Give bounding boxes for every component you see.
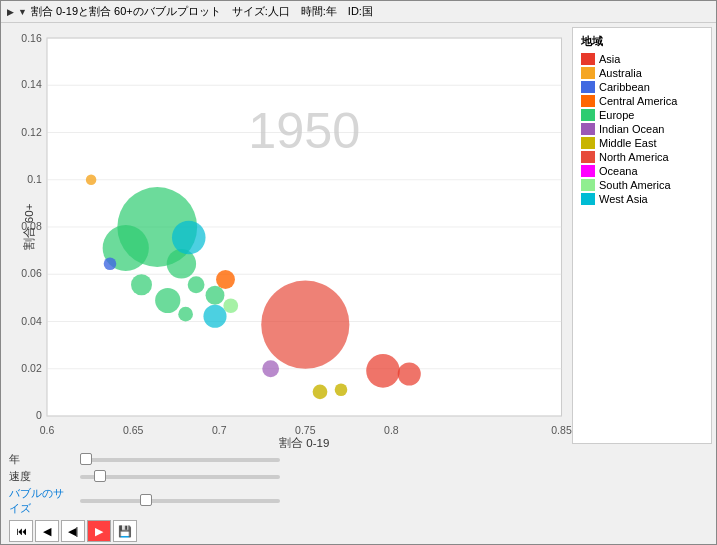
legend-color-swatch [581, 53, 595, 65]
legend-color-swatch [581, 151, 595, 163]
svg-point-31 [131, 274, 152, 295]
svg-point-32 [155, 288, 180, 313]
legend-color-swatch [581, 109, 595, 121]
speed-control: 速度 [9, 469, 708, 484]
legend-item: Asia [581, 53, 703, 65]
play-button[interactable]: ▶ [87, 520, 111, 542]
svg-point-43 [86, 175, 97, 186]
svg-text:0.7: 0.7 [212, 424, 227, 436]
svg-point-41 [366, 354, 400, 388]
chart-area: 0 0.02 0.04 0.06 0.08 0.1 0.12 0.14 0.16… [1, 23, 572, 448]
chart-svg: 0 0.02 0.04 0.06 0.08 0.1 0.12 0.14 0.16… [5, 27, 572, 448]
legend-color-swatch [581, 193, 595, 205]
main-window: ▶ ▼ 割合 0-19と割合 60+のバブルプロット サイズ:人口 時間:年 I… [0, 0, 717, 545]
svg-point-30 [188, 276, 205, 293]
legend-item-label: Middle East [599, 137, 656, 149]
legend-color-swatch [581, 123, 595, 135]
year-label: 年 [9, 452, 74, 467]
go-to-start-button[interactable]: ⏮ [9, 520, 33, 542]
svg-text:0.65: 0.65 [123, 424, 144, 436]
bottom-section: 年 速度 バブルのサイズ ⏮ ◀ ◀| ▶ [1, 448, 716, 544]
legend-item-label: Indian Ocean [599, 123, 664, 135]
legend-item: West Asia [581, 193, 703, 205]
legend-title: 地域 [581, 34, 703, 49]
prev-frame-button[interactable]: ◀| [61, 520, 85, 542]
legend-item: Caribbean [581, 81, 703, 93]
main-content: 0 0.02 0.04 0.06 0.08 0.1 0.12 0.14 0.16… [1, 23, 716, 448]
svg-point-37 [261, 281, 349, 369]
svg-text:0.1: 0.1 [27, 173, 42, 185]
legend-item: Indian Ocean [581, 123, 703, 135]
save-button[interactable]: 💾 [113, 520, 137, 542]
legend-color-swatch [581, 137, 595, 149]
svg-text:0.6: 0.6 [40, 424, 55, 436]
year-control: 年 [9, 452, 708, 467]
legend-item: North America [581, 151, 703, 163]
svg-point-35 [172, 221, 206, 255]
svg-text:0.14: 0.14 [21, 78, 42, 90]
svg-text:0.16: 0.16 [21, 32, 42, 44]
legend-item: Central America [581, 95, 703, 107]
svg-text:0: 0 [36, 409, 42, 421]
legend-color-swatch [581, 95, 595, 107]
legend-color-swatch [581, 81, 595, 93]
legend-color-swatch [581, 179, 595, 191]
bubble-size-slider-track[interactable] [80, 499, 280, 503]
svg-text:割合 60+: 割合 60+ [22, 203, 35, 250]
svg-text:0.02: 0.02 [21, 362, 42, 374]
legend: 地域 AsiaAustraliaCaribbeanCentral America… [572, 27, 712, 444]
bubble-size-control: バブルのサイズ [9, 486, 708, 516]
svg-text:0.8: 0.8 [384, 424, 399, 436]
legend-color-swatch [581, 165, 595, 177]
step-back-button[interactable]: ◀ [35, 520, 59, 542]
legend-item-label: South America [599, 179, 671, 191]
svg-point-33 [206, 286, 225, 305]
svg-point-38 [262, 360, 279, 377]
legend-item: Middle East [581, 137, 703, 149]
svg-point-44 [104, 257, 117, 270]
legend-item: Europe [581, 109, 703, 121]
title-bar: ▶ ▼ 割合 0-19と割合 60+のバブルプロット サイズ:人口 時間:年 I… [1, 1, 716, 23]
legend-item-label: Asia [599, 53, 620, 65]
controls-row: 年 速度 バブルのサイズ [9, 452, 708, 516]
legend-item-label: Europe [599, 109, 634, 121]
svg-text:0.06: 0.06 [21, 267, 42, 279]
svg-point-45 [216, 270, 235, 289]
legend-item-label: Central America [599, 95, 677, 107]
svg-point-36 [203, 305, 226, 328]
speed-slider-track[interactable] [80, 475, 280, 479]
year-slider-track[interactable] [80, 458, 280, 462]
bubble-size-label: バブルのサイズ [9, 486, 74, 516]
legend-color-swatch [581, 67, 595, 79]
year-watermark: 1950 [248, 102, 360, 159]
svg-point-40 [335, 383, 348, 396]
dropdown-icon[interactable]: ▼ [18, 7, 27, 17]
window-arrow-icon: ▶ [7, 7, 14, 17]
svg-text:0.04: 0.04 [21, 315, 42, 327]
svg-text:0.85: 0.85 [551, 424, 572, 436]
legend-item-label: Australia [599, 67, 642, 79]
svg-text:0.12: 0.12 [21, 126, 42, 138]
chart-wrapper: 0 0.02 0.04 0.06 0.08 0.1 0.12 0.14 0.16… [5, 27, 572, 448]
legend-item: Oceana [581, 165, 703, 177]
legend-item: South America [581, 179, 703, 191]
svg-point-46 [223, 298, 238, 313]
legend-item: Australia [581, 67, 703, 79]
svg-point-42 [398, 362, 421, 385]
legend-item-label: Oceana [599, 165, 638, 177]
legend-item-label: North America [599, 151, 669, 163]
legend-item-label: West Asia [599, 193, 648, 205]
svg-text:0.75: 0.75 [295, 424, 316, 436]
speed-slider-thumb[interactable] [94, 470, 106, 482]
playback-bar: ⏮ ◀ ◀| ▶ 💾 [9, 520, 708, 542]
bubble-size-slider-thumb[interactable] [140, 494, 152, 506]
year-slider-thumb[interactable] [80, 453, 92, 465]
chart-title: 割合 0-19と割合 60+のバブルプロット サイズ:人口 時間:年 ID:国 [31, 4, 373, 19]
legend-item-label: Caribbean [599, 81, 650, 93]
svg-text:割合 0-19: 割合 0-19 [279, 437, 329, 449]
speed-label: 速度 [9, 469, 74, 484]
svg-point-34 [178, 307, 193, 322]
svg-point-39 [313, 385, 328, 400]
